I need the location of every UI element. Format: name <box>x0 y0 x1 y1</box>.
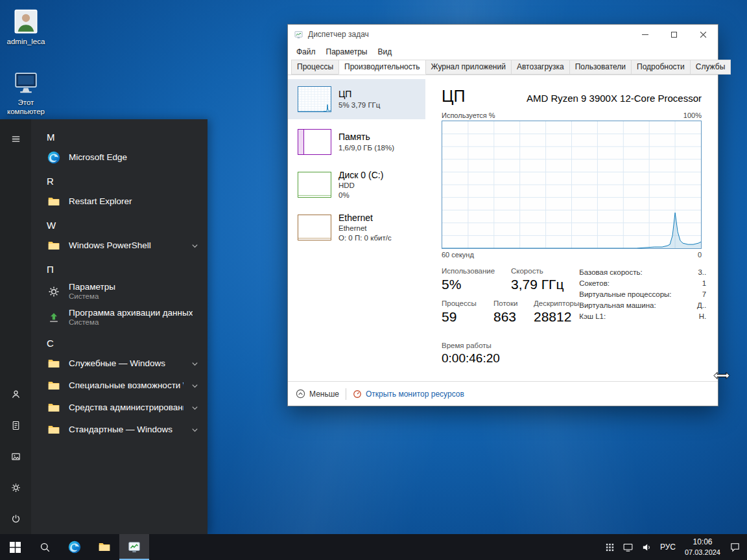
stat-label: Дескрипторы <box>534 299 579 307</box>
maximize-icon <box>671 32 677 38</box>
tray-grid-icon[interactable] <box>601 534 619 560</box>
app-list-letter[interactable]: W <box>31 215 208 235</box>
resize-cursor <box>713 371 730 382</box>
chevron-down-icon[interactable] <box>191 426 198 434</box>
uptime-label: Время работы <box>442 342 579 349</box>
volume-icon[interactable] <box>637 534 656 560</box>
chevron-down-icon[interactable] <box>191 404 198 412</box>
action-center-button[interactable] <box>726 534 744 560</box>
chevron-down-icon[interactable] <box>191 242 198 250</box>
performance-sidebar: ЦП 5% 3,79 ГГц Память 1,6/9,0 ГБ (18%) Д… <box>288 75 425 381</box>
desktop-icon-admin-leca[interactable]: admin_leca <box>1 8 51 46</box>
app-group-windows-powershell[interactable]: Windows PowerShell <box>31 235 208 257</box>
taskbar-search-button[interactable] <box>30 534 60 560</box>
fewer-details-button[interactable]: Меньше <box>296 389 339 399</box>
app-list-letter[interactable]: П <box>31 259 208 279</box>
app-item-restart-explorer[interactable]: Restart Explorer <box>31 191 208 213</box>
sidebar-item-disk[interactable]: Диск 0 (C:) HDD 0% <box>288 165 425 205</box>
power-button[interactable] <box>0 503 31 534</box>
cpu-stats: Использование 5% Скорость 3,79 ГГц Проце… <box>442 267 702 366</box>
handles-count: 28812 <box>534 309 579 325</box>
resource-monitor-label: Открыть монитор ресурсов <box>366 390 464 399</box>
app-item-microsoft-edge[interactable]: Microsoft Edge <box>31 146 208 169</box>
stat-label: Потоки <box>493 299 534 307</box>
tab-processes[interactable]: Процессы <box>291 60 339 75</box>
app-item-settings[interactable]: Параметры Система <box>31 279 208 305</box>
folder-icon <box>47 356 61 371</box>
desktop: admin_leca Этот компьютер Диспетчер зада… <box>0 0 747 560</box>
taskbar-task-manager-button[interactable] <box>119 534 149 560</box>
tab-users[interactable]: Пользователи <box>569 60 632 75</box>
tab-performance[interactable]: Производительность <box>338 60 425 75</box>
start-menu-app-list: М Microsoft Edge R Restart Explorer W Wi… <box>31 119 208 534</box>
expand-menu-button[interactable] <box>0 123 31 154</box>
close-button[interactable] <box>689 25 718 44</box>
edge-icon <box>47 150 61 165</box>
detail-value: 3.. <box>698 268 706 276</box>
app-list-letter[interactable]: С <box>31 333 208 353</box>
chevron-down-icon[interactable] <box>191 382 198 390</box>
taskbar-edge-button[interactable] <box>60 534 89 560</box>
maximize-button[interactable] <box>659 25 689 44</box>
file-explorer-icon <box>97 540 112 554</box>
network-icon[interactable] <box>619 534 637 560</box>
task-manager-icon <box>127 540 141 554</box>
menu-file[interactable]: Файл <box>291 44 321 59</box>
sidebar-item-ethernet[interactable]: Ethernet Ethernet О: 0 П: 0 кбит/с <box>288 207 425 248</box>
detail-value: Н. <box>699 312 707 320</box>
uptime-value: 0:00:46:20 <box>442 351 579 366</box>
user-account-icon <box>12 8 40 35</box>
windows-logo-icon <box>10 542 21 553</box>
desktop-icon-this-pc[interactable]: Этот компьютер <box>1 69 51 117</box>
app-group-system-windows[interactable]: Служебные — Windows <box>31 353 208 375</box>
detail-label: Кэш L1: <box>579 312 606 320</box>
menu-view[interactable]: Вид <box>372 44 397 59</box>
documents-button[interactable] <box>0 410 31 441</box>
sidebar-item-cpu[interactable]: ЦП 5% 3,79 ГГц <box>288 79 425 119</box>
hamburger-icon <box>10 134 21 145</box>
cpu-mini-chart <box>298 86 331 112</box>
chart-xlabel-right: 0 <box>698 251 702 259</box>
chevron-down-icon[interactable] <box>191 360 198 368</box>
sidebar-item-memory[interactable]: Память 1,6/9,0 ГБ (18%) <box>288 122 425 162</box>
backup-arrow-icon <box>47 310 61 325</box>
app-group-accessories[interactable]: Стандартные — Windows <box>31 419 208 441</box>
app-item-label: Windows PowerShell <box>69 240 151 251</box>
settings-button[interactable] <box>0 472 31 503</box>
tab-services[interactable]: Службы <box>690 60 731 75</box>
sidebar-item-title: Диск 0 (C:) <box>338 169 383 181</box>
app-item-backup-program[interactable]: Программа архивации данных Система <box>31 305 208 331</box>
pictures-icon <box>10 451 21 462</box>
stat-label: Использование <box>442 267 511 275</box>
app-list-letter[interactable]: М <box>31 127 208 146</box>
gear-icon <box>10 482 21 493</box>
minimize-icon <box>642 34 648 35</box>
taskbar-file-explorer-button[interactable] <box>89 534 119 560</box>
document-icon <box>10 420 21 431</box>
system-tray: РУС 10:06 07.03.2024 <box>601 534 747 560</box>
open-resource-monitor-link[interactable]: Открыть монитор ресурсов <box>353 390 464 399</box>
language-indicator[interactable]: РУС <box>656 534 680 560</box>
app-item-label: Специальные возможности Win... <box>69 380 184 391</box>
sidebar-item-sub2: 0% <box>338 191 383 200</box>
cpu-model-name: AMD Ryzen 9 3900X 12-Core Processor <box>527 93 702 104</box>
computer-icon <box>12 69 40 96</box>
taskbar-clock[interactable]: 10:06 07.03.2024 <box>680 537 726 557</box>
detail-value: Д.. <box>697 301 706 309</box>
start-button[interactable] <box>0 534 30 560</box>
tab-startup[interactable]: Автозагрузка <box>511 60 570 75</box>
cpu-speed-value: 3,79 ГГц <box>511 277 563 292</box>
app-group-accessibility[interactable]: Специальные возможности Win... <box>31 375 208 397</box>
app-item-sublabel: Система <box>69 318 193 327</box>
title-bar[interactable]: Диспетчер задач <box>288 25 718 44</box>
user-profile-button[interactable] <box>0 379 31 410</box>
tab-app-history[interactable]: Журнал приложений <box>425 60 512 75</box>
minimize-button[interactable] <box>630 25 659 44</box>
app-list-letter[interactable]: R <box>31 171 208 191</box>
pictures-button[interactable] <box>0 441 31 472</box>
window-title: Диспетчер задач <box>308 30 369 39</box>
tab-details[interactable]: Подробности <box>631 60 691 75</box>
app-group-admin-tools[interactable]: Средства администрирования W... <box>31 397 208 419</box>
chevron-up-circle-icon <box>296 389 305 399</box>
menu-options[interactable]: Параметры <box>321 44 373 59</box>
